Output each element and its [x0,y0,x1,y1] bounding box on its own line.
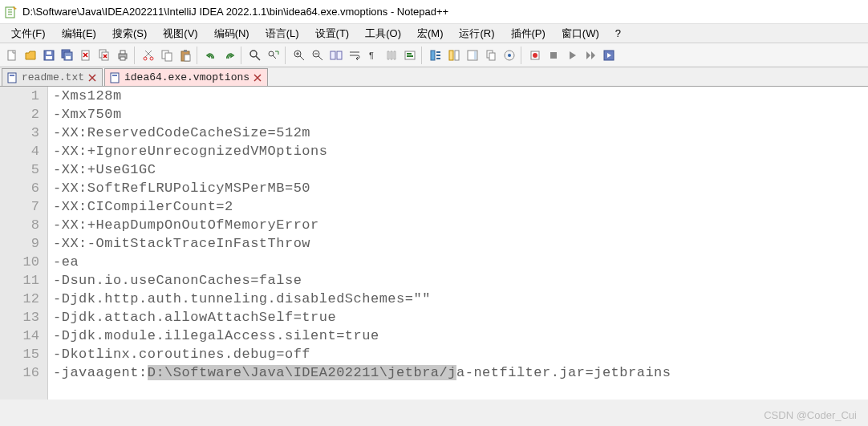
menu-settings[interactable]: 设置(T) [309,25,356,43]
code-line[interactable]: -XX:+IgnoreUnrecognizedVMOptions [53,142,868,160]
menu-help[interactable]: ? [609,26,627,41]
stop-macro-button[interactable] [545,47,562,64]
doc-map-button[interactable] [464,47,481,64]
code-line[interactable]: -Djdk.module.illegalAccess.silent=true [53,327,868,345]
indent-guide-button[interactable] [383,47,400,64]
svg-rect-26 [337,51,342,59]
cut-button[interactable] [140,47,157,64]
code-line[interactable]: -XX:SoftRefLRUPolicyMSPerMB=50 [53,179,868,197]
svg-rect-1 [8,51,15,60]
sync-scroll-button[interactable] [327,47,345,64]
file-icon [7,72,18,83]
menu-run[interactable]: 运行(R) [452,25,501,43]
svg-text:¶: ¶ [369,51,374,60]
code-line[interactable]: -XX:+HeapDumpOnOutOfMemoryError [53,216,868,234]
svg-rect-4 [46,56,52,59]
code-line[interactable]: -ea [53,253,868,271]
toolbar-separator [241,47,244,64]
word-wrap-button[interactable] [346,47,363,64]
code-line[interactable]: -Xmx750m [53,105,868,124]
code-line[interactable]: -Dkotlinx.coroutines.debug=off [53,345,868,363]
redo-button[interactable] [221,47,238,64]
line-number-gutter: 12345678910111213141516 [0,87,48,400]
svg-rect-29 [431,51,435,60]
play-macro-button[interactable] [563,47,581,64]
svg-rect-40 [550,52,557,59]
code-line[interactable]: -XX:ReservedCodeCacheSize=512m [53,124,868,142]
code-line[interactable]: -XX:-OmitStackTraceInFastThrow [53,234,868,253]
menu-file[interactable]: 文件(F) [5,25,52,43]
svg-rect-33 [474,51,477,59]
show-all-chars-button[interactable]: ¶ [364,47,382,64]
selection: D:\Software\Java\IDEA202211\jetbra/j [148,365,456,380]
code-line[interactable]: -Djdk.attach.allowAttachSelf=true [53,308,868,327]
code-line[interactable]: -Djdk.http.auth.tunneling.disabledScheme… [53,290,868,308]
toolbar-separator [521,47,524,64]
menu-view[interactable]: 视图(V) [156,25,204,43]
paste-button[interactable] [176,47,194,64]
close-file-button[interactable] [77,47,95,64]
menu-bar: 文件(F) 编辑(E) 搜索(S) 视图(V) 编码(N) 语言(L) 设置(T… [0,24,868,43]
editor[interactable]: 12345678910111213141516 -Xms128m-Xmx750m… [0,87,868,400]
title-bar: D:\Software\Java\IDEA202211\IntelliJ IDE… [0,0,868,24]
menu-macro[interactable]: 宏(M) [411,25,450,43]
svg-point-21 [250,51,257,57]
svg-rect-35 [489,53,495,60]
toolbar-separator [134,47,137,64]
save-all-button[interactable] [59,47,76,64]
save-button[interactable] [40,47,58,64]
code-line[interactable]: -Xms128m [53,87,868,105]
open-file-button[interactable] [22,47,39,64]
tab-vmoptions[interactable]: idea64.exe.vmoptions [104,68,268,86]
menu-window[interactable]: 窗口(W) [555,25,606,43]
svg-rect-7 [66,56,71,59]
lang-direction-button[interactable] [401,47,419,64]
tab-close-icon[interactable] [253,73,262,83]
tab-label: idea64.exe.vmoptions [124,71,249,83]
svg-rect-44 [111,73,119,83]
svg-point-37 [508,54,511,57]
save-macro-button[interactable] [600,47,618,64]
find-button[interactable] [246,47,264,64]
svg-rect-20 [185,55,190,61]
app-icon [5,6,18,18]
function-list-button[interactable] [427,47,444,64]
code-line[interactable]: -XX:+UseG1GC [53,160,868,179]
menu-tools[interactable]: 工具(O) [359,25,408,43]
replace-button[interactable] [265,47,282,64]
toolbar: ¶ [0,43,868,67]
svg-rect-12 [120,51,125,54]
record-macro-button[interactable] [526,47,544,64]
code-line[interactable]: -Dsun.io.useCanonCaches=false [53,271,868,290]
editor-content[interactable]: -Xms128m-Xmx750m-XX:ReservedCodeCacheSiz… [48,87,868,400]
play-multi-macro-button[interactable] [582,47,599,64]
zoom-out-button[interactable] [309,47,327,64]
menu-encoding[interactable]: 编码(N) [208,25,256,43]
svg-point-14 [144,57,147,60]
zoom-in-button[interactable] [290,47,308,64]
monitoring-button[interactable] [501,47,518,64]
toolbar-separator [421,47,424,64]
menu-search[interactable]: 搜索(S) [106,25,153,43]
new-file-button[interactable] [3,47,21,64]
tab-close-icon[interactable] [87,73,97,83]
print-button[interactable] [114,47,132,64]
tab-label: readme.txt [22,71,84,83]
file-icon [110,72,121,83]
code-line[interactable]: -javaagent:D:\Software\Java\IDEA202211\j… [53,363,868,382]
menu-language[interactable]: 语言(L) [259,25,306,43]
menu-plugins[interactable]: 插件(P) [505,25,552,43]
copy-button[interactable] [158,47,176,64]
close-all-button[interactable] [95,47,113,64]
svg-rect-30 [449,51,453,60]
undo-button[interactable] [202,47,220,64]
doc-list-button[interactable] [482,47,500,64]
svg-rect-25 [331,51,335,59]
menu-edit[interactable]: 编辑(E) [55,25,103,43]
toolbar-separator [285,47,288,64]
tab-readme[interactable]: readme.txt [2,68,103,86]
tab-bar: readme.txt idea64.exe.vmoptions [0,67,868,87]
code-line[interactable]: -XX:CICompilerCount=2 [53,197,868,216]
svg-rect-3 [47,51,51,55]
folder-panel-button[interactable] [445,47,463,64]
